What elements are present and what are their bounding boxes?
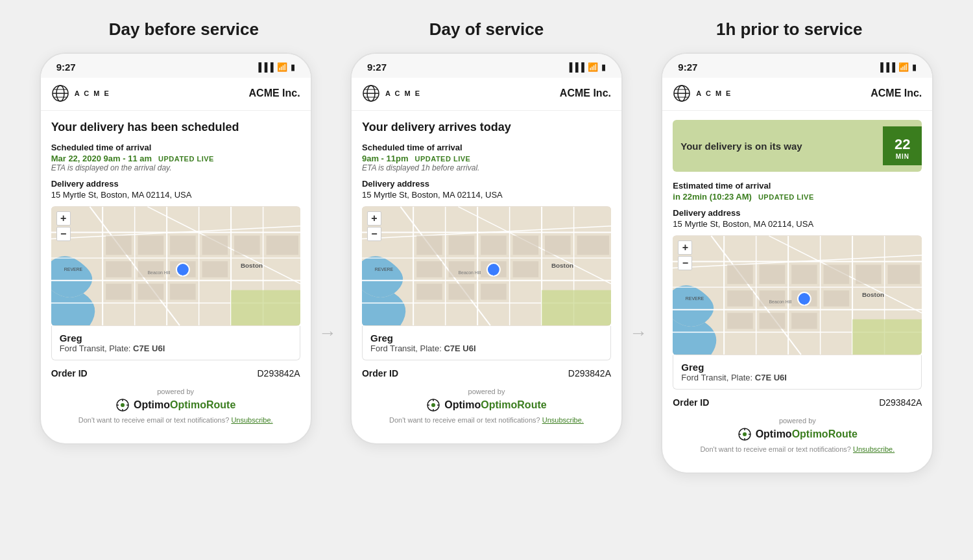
arrow-2: → — [629, 323, 647, 344]
map-zoom-out-2[interactable]: − — [367, 227, 381, 241]
optimo-icon-3 — [738, 427, 752, 441]
optimo-logo-3: OptimoOptimoRoute — [673, 427, 922, 441]
notification-text-3: Your delivery is on its way — [680, 141, 883, 152]
map-zoom-in-1[interactable]: + — [56, 211, 71, 226]
acme-inc-2: ACME Inc. — [560, 88, 611, 99]
svg-rect-24 — [202, 236, 228, 255]
unsubscribe-3: Don't want to receive email or text noti… — [673, 445, 922, 453]
svg-rect-75 — [481, 284, 507, 300]
battery-icon-1: ▮ — [291, 62, 295, 72]
acme-globe-icon-1 — [51, 84, 69, 102]
svg-rect-26 — [138, 261, 163, 277]
svg-rect-28 — [202, 261, 228, 277]
wifi-icon-3: 📶 — [898, 62, 909, 72]
svg-point-39 — [121, 403, 125, 407]
phone-header-1: A C M E ACME Inc. — [41, 78, 311, 111]
acme-inc-1: ACME Inc. — [249, 88, 300, 99]
svg-point-83 — [431, 403, 435, 407]
order-id-1: D293842A — [257, 368, 300, 379]
svg-rect-110 — [760, 264, 786, 284]
scheduled-block-1: Scheduled time of arrival Mar 22, 2020 9… — [51, 143, 300, 172]
scheduled-block-2: Scheduled time of arrival 9am - 11pm UPD… — [362, 143, 611, 172]
svg-text:REVERE: REVERE — [686, 296, 704, 301]
section-title-1h-prior: 1h prior to service — [653, 19, 926, 40]
acme-letters-1: A C M E — [75, 89, 110, 97]
svg-rect-29 — [106, 284, 132, 300]
svg-rect-72 — [513, 261, 539, 277]
svg-rect-32 — [234, 236, 260, 255]
phone-body-3: Your delivery is on its way 22 MIN Estim… — [662, 111, 932, 460]
svg-rect-73 — [416, 284, 442, 300]
unsubscribe-1: Don't want to receive email or text noti… — [51, 416, 300, 424]
status-icons-1: ▐▐▐ 📶 ▮ — [256, 62, 295, 72]
address-block-2: Delivery address 15 Myrtle St, Boston, M… — [362, 179, 611, 200]
phone-header-2: A C M E ACME Inc. — [352, 78, 621, 111]
optimo-text-1: OptimoOptimoRoute — [134, 399, 235, 411]
signal-icon-2: ▐▐▐ — [566, 62, 584, 72]
svg-text:Boston: Boston — [862, 291, 884, 298]
scheduled-label-2: Scheduled time of arrival — [362, 143, 611, 152]
order-label-3: Order ID — [673, 397, 709, 408]
optimo-text-2: OptimoOptimoRoute — [444, 399, 546, 411]
order-id-3: D293842A — [879, 397, 922, 408]
svg-text:Beacon Hill: Beacon Hill — [458, 270, 481, 275]
driver-info-1: Ford Transit, Plate: C7E U6I — [60, 344, 292, 353]
svg-rect-113 — [727, 290, 753, 307]
map-zoom-in-2[interactable]: + — [367, 211, 381, 226]
acme-logo-2: A C M E — [362, 84, 421, 102]
svg-rect-22 — [138, 236, 163, 255]
optimo-icon-1 — [115, 398, 130, 412]
eta-note-1: ETA is displayed on the arrival day. — [51, 163, 300, 172]
svg-rect-121 — [888, 264, 920, 284]
acme-letters-2: A C M E — [385, 89, 421, 97]
phone-body-1: Your delivery has been scheduled Schedul… — [41, 111, 311, 430]
eta-note-2: ETA is displayed 1h before arrival. — [362, 163, 611, 172]
address-label-3: Delivery address — [673, 208, 922, 218]
driver-card-3: Greg Ford Transit, Plate: C7E U6I — [673, 355, 922, 390]
svg-rect-112 — [824, 264, 850, 284]
svg-rect-30 — [138, 284, 163, 300]
svg-text:REVERE: REVERE — [375, 267, 394, 272]
status-bar-2: 9:27 ▐▐▐ 📶 ▮ — [352, 54, 621, 78]
svg-rect-66 — [449, 236, 475, 255]
unsubscribe-link-3[interactable]: Unsubscribe. — [853, 445, 895, 453]
acme-inc-3: ACME Inc. — [871, 88, 922, 99]
svg-rect-69 — [416, 261, 442, 277]
phone-day-before: 9:27 ▐▐▐ 📶 ▮ A C M E — [40, 52, 312, 445]
scheduled-value-2: 9am - 11pm — [362, 154, 409, 163]
svg-text:Boston: Boston — [241, 262, 263, 269]
status-icons-3: ▐▐▐ 📶 ▮ — [878, 62, 917, 72]
svg-rect-33 — [266, 236, 298, 255]
map-1: Boston Beacon Hill REVERE + − — [51, 206, 300, 326]
eta-label-3: Estimated time of arrival — [673, 181, 922, 191]
svg-rect-111 — [791, 264, 817, 284]
driver-card-1: Greg Ford Transit, Plate: C7E U6I — [51, 326, 300, 360]
unsubscribe-link-2[interactable]: Unsubscribe. — [542, 416, 584, 424]
svg-rect-108 — [852, 320, 922, 355]
status-time-3: 9:27 — [678, 62, 697, 73]
svg-rect-65 — [416, 236, 442, 255]
svg-rect-23 — [170, 236, 196, 255]
order-label-2: Order ID — [362, 368, 398, 379]
eta-block-3: Estimated time of arrival in 22min (10:2… — [673, 181, 922, 202]
map-svg-2: Boston Beacon Hill REVERE — [362, 206, 611, 326]
svg-rect-74 — [449, 284, 475, 300]
signal-icon-1: ▐▐▐ — [256, 62, 274, 72]
phone-1-wrapper: 9:27 ▐▐▐ 📶 ▮ A C M E — [40, 52, 337, 445]
status-time-2: 9:27 — [367, 62, 387, 73]
svg-rect-67 — [481, 236, 507, 255]
map-zoom-out-3[interactable]: − — [678, 256, 692, 270]
svg-rect-64 — [542, 290, 611, 325]
map-3: Boston Beacon Hill REVERE + − — [673, 235, 922, 355]
optimo-logo-2: OptimoOptimoRoute — [362, 398, 611, 412]
unsubscribe-link-1[interactable]: Unsubscribe. — [231, 416, 272, 424]
map-zoom-in-3[interactable]: + — [678, 240, 692, 255]
badge-min-3: MIN — [896, 153, 909, 160]
driver-name-2: Greg — [370, 332, 603, 344]
svg-rect-114 — [760, 290, 786, 307]
battery-icon-2: ▮ — [601, 62, 606, 72]
notification-badge-3: 22 MIN — [883, 126, 922, 165]
driver-name-3: Greg — [681, 362, 913, 373]
badge-number-3: 22 — [895, 136, 910, 153]
map-zoom-out-1[interactable]: − — [56, 227, 71, 241]
